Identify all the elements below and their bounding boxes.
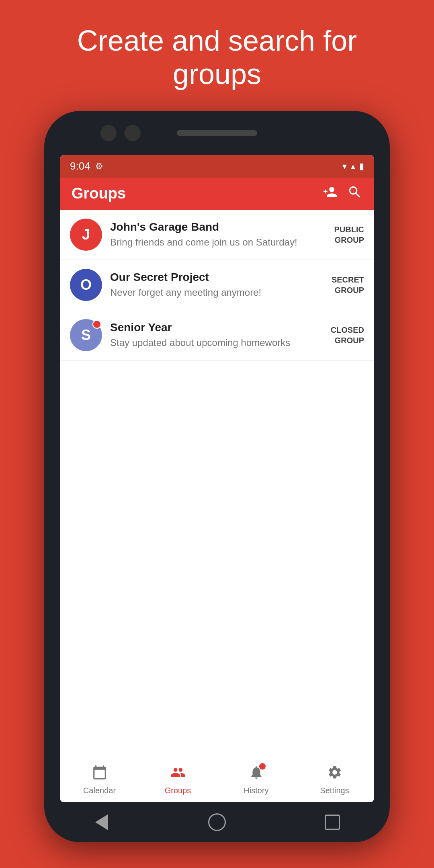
back-button[interactable] [92,812,112,832]
search-button[interactable] [347,184,362,203]
nav-label-calendar: Calendar [83,786,116,795]
status-bar: 9:04 ⚙ ▾ ▴ ▮ [60,155,374,178]
home-button[interactable] [207,812,227,832]
status-right: ▾ ▴ ▮ [342,161,364,172]
phone-frame: 9:04 ⚙ ▾ ▴ ▮ Groups [44,111,390,842]
group-item-our-secret-project[interactable]: O Our Secret Project Never forget any me… [60,260,374,310]
settings-icon [327,765,342,784]
app-bar-title: Groups [72,185,126,202]
nav-item-calendar[interactable]: Calendar [60,765,139,795]
group-type-senior-year: CLOSEDGROUP [320,325,364,346]
phone-top-bar [44,111,390,155]
app-bar-actions [322,184,362,203]
nav-item-groups[interactable]: Groups [139,765,217,795]
battery-icon: ▮ [359,161,364,172]
group-name-senior-year: Senior Year [110,321,312,334]
bottom-nav: Calendar Groups History [60,758,374,802]
group-name-our-secret-project: Our Secret Project [110,271,312,284]
status-settings-icon: ⚙ [95,161,103,172]
group-type-our-secret-project: SECRETGROUP [320,274,364,295]
phone-camera-left [100,125,117,141]
add-group-button[interactable] [322,184,338,203]
group-item-johns-garage-band[interactable]: J John's Garage Band Bring friends and c… [60,210,374,260]
group-desc-senior-year: Stay updated about upcoming homeworks [110,336,312,349]
nav-item-history[interactable]: History [217,765,295,795]
history-bell-icon [249,765,264,784]
nav-label-groups: Groups [165,786,191,795]
signal-icon: ▴ [351,161,355,172]
history-badge [259,763,266,770]
group-info-johns-garage-band: John's Garage Band Bring friends and com… [102,221,320,248]
avatar-senior-year: S [70,319,102,351]
wifi-icon: ▾ [342,161,347,172]
group-item-senior-year[interactable]: S Senior Year Stay updated about upcomin… [60,310,374,360]
status-left: 9:04 ⚙ [70,160,103,172]
phone-screen: 9:04 ⚙ ▾ ▴ ▮ Groups [60,155,374,802]
group-info-senior-year: Senior Year Stay updated about upcoming … [102,321,320,349]
groups-icon [170,765,186,784]
status-time: 9:04 [70,160,90,172]
group-type-johns-garage-band: PUBLICGROUP [320,224,364,245]
nav-label-history: History [244,786,268,795]
avatar-johns-garage-band: J [70,219,102,251]
phone-speaker [177,130,257,136]
nav-item-settings[interactable]: Settings [295,765,374,795]
groups-list: J John's Garage Band Bring friends and c… [60,210,374,758]
recents-button[interactable] [322,812,342,832]
phone-camera-right [125,125,141,141]
group-info-our-secret-project: Our Secret Project Never forget any meet… [102,271,320,299]
phone-bottom-bar [44,802,390,842]
group-desc-our-secret-project: Never forget any meeting anymore! [110,286,312,299]
group-name-johns-garage-band: John's Garage Band [110,221,312,233]
calendar-icon [92,765,107,784]
app-bar: Groups [60,178,374,210]
nav-label-settings: Settings [320,786,349,795]
page-headline: Create and search for groups [0,0,434,111]
avatar-our-secret-project: O [70,269,102,301]
notification-dot-senior-year [92,320,101,329]
group-desc-johns-garage-band: Bring friends and come join us on Saturd… [110,236,312,248]
